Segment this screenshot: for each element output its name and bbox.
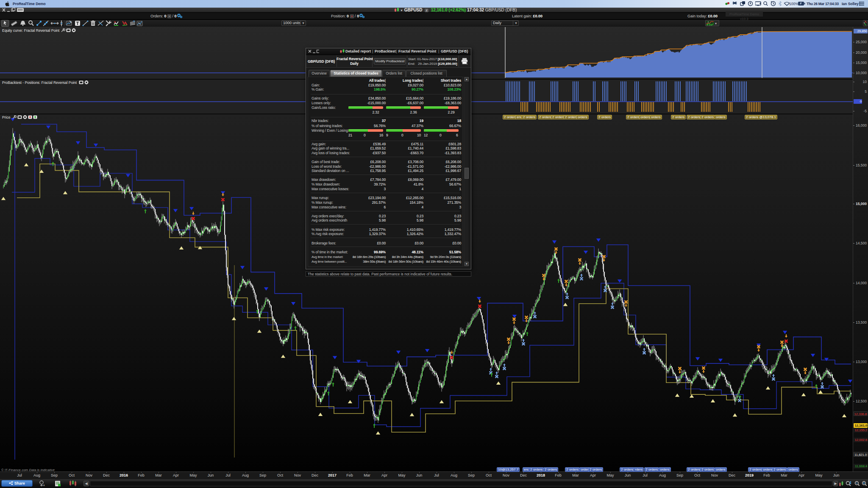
svg-text:▾: ▾ [43, 484, 45, 487]
svg-text:▾: ▾ [715, 22, 717, 25]
svg-text:a: a [133, 20, 135, 22]
